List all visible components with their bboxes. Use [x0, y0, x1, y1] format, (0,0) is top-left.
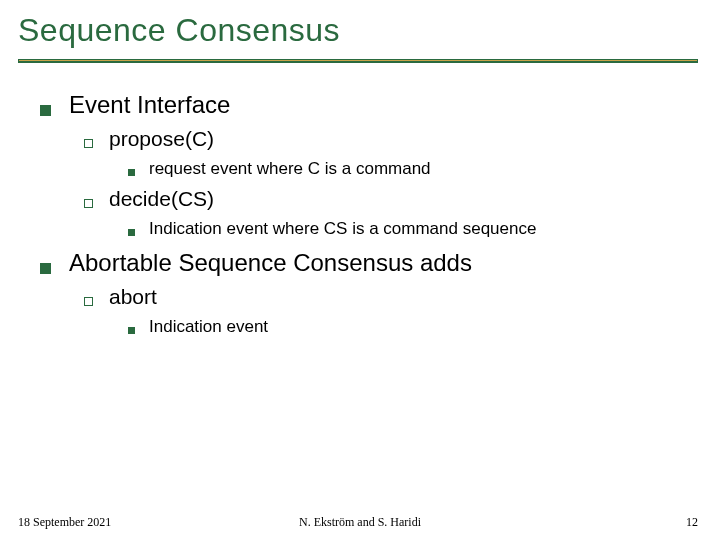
bullet-text: request event where C is a command — [149, 159, 431, 179]
title-rule — [18, 59, 698, 63]
slide: Sequence Consensus Event Interface propo… — [0, 0, 720, 540]
footer-page: 12 — [686, 515, 698, 530]
bullet-lvl2: decide(CS) — [84, 187, 690, 211]
content: Event Interface propose(C) request event… — [0, 63, 720, 337]
bullet-text: Abortable Sequence Consensus adds — [69, 249, 472, 277]
bullet-text: abort — [109, 285, 157, 309]
bullet-text: propose(C) — [109, 127, 214, 151]
square-fill-icon — [40, 105, 51, 116]
bullet-lvl2: abort — [84, 285, 690, 309]
bullet-text: Indication event — [149, 317, 268, 337]
bullet-lvl1: Abortable Sequence Consensus adds — [40, 249, 690, 277]
bullet-text: Event Interface — [69, 91, 230, 119]
title-area: Sequence Consensus — [0, 0, 720, 55]
square-outline-icon — [84, 199, 93, 208]
bullet-lvl1: Event Interface — [40, 91, 690, 119]
square-fill-icon — [40, 263, 51, 274]
square-outline-icon — [84, 139, 93, 148]
bullet-text: decide(CS) — [109, 187, 214, 211]
bullet-text: Indication event where CS is a command s… — [149, 219, 536, 239]
bullet-lvl3: request event where C is a command — [128, 159, 690, 179]
square-outline-icon — [84, 297, 93, 306]
footer: 18 September 2021 N. Ekström and S. Hari… — [0, 515, 720, 530]
square-small-icon — [128, 327, 135, 334]
square-small-icon — [128, 169, 135, 176]
bullet-lvl3: Indication event where CS is a command s… — [128, 219, 690, 239]
bullet-lvl2: propose(C) — [84, 127, 690, 151]
title-rule-inner — [19, 60, 697, 61]
footer-authors: N. Ekström and S. Haridi — [0, 515, 720, 530]
bullet-lvl3: Indication event — [128, 317, 690, 337]
square-small-icon — [128, 229, 135, 236]
slide-title: Sequence Consensus — [18, 12, 720, 49]
